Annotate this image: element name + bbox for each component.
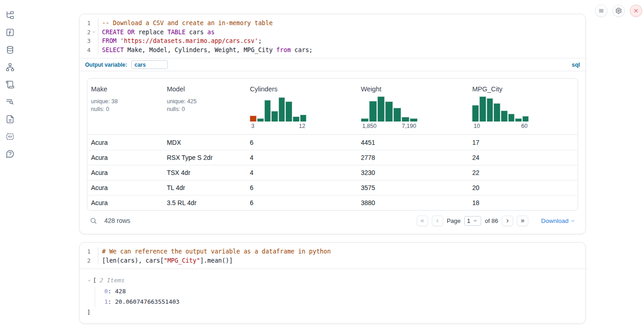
- menu-button[interactable]: [595, 5, 607, 17]
- shutdown-button[interactable]: [630, 5, 642, 17]
- python-cell: 1# We can reference the output variable …: [79, 242, 586, 324]
- marimo-notebook: 1-- Download a CSV and create an in-memo…: [0, 0, 644, 333]
- histogram-bars: [250, 95, 306, 122]
- table-row: AcuraRSX Type S 2dr4277824: [87, 150, 578, 165]
- chevrons-left-icon: [419, 218, 425, 224]
- table-cell: RSX Type S 2dr: [163, 154, 247, 161]
- histogram-bar: [487, 98, 494, 122]
- table-row: AcuraTSX 4dr4323022: [87, 165, 578, 180]
- output-variable-input[interactable]: [131, 60, 168, 69]
- output-variable-label: Output variable:: [85, 62, 127, 68]
- chevron-down-icon: [87, 278, 91, 283]
- code-token: SELECT: [102, 47, 124, 53]
- column-header-label[interactable]: MPG_City: [472, 85, 578, 94]
- code-line[interactable]: 4SELECT Make, Model, Cylinders, Weight, …: [80, 46, 585, 55]
- table-cell: 20: [468, 184, 578, 191]
- table-cell: 24: [468, 154, 578, 161]
- sql-cell-output: Makeunique: 38nulls: 0Modelunique: 425nu…: [80, 71, 585, 234]
- histogram-bar: [271, 111, 278, 122]
- table-cell: Acura: [87, 199, 163, 206]
- first-page-button[interactable]: [417, 216, 428, 226]
- code-line[interactable]: 3FROM 'https://datasets.marimo.app/cars.…: [80, 37, 585, 46]
- code-line[interactable]: 1# We can reference the output variable …: [80, 247, 585, 256]
- sql-code-editor[interactable]: 1-- Download a CSV and create an in-memo…: [80, 14, 585, 58]
- column-header-label[interactable]: Weight: [361, 85, 469, 94]
- table-row: AcuraTL 4dr6357520: [87, 180, 578, 195]
- scripts-button[interactable]: [5, 79, 15, 90]
- open-bracket: [: [93, 277, 97, 284]
- snippets-icon: [5, 132, 15, 141]
- histogram-bar: [250, 116, 257, 122]
- collapse-toggle[interactable]: [87, 278, 93, 283]
- histogram-bar: [494, 103, 500, 122]
- column-header-label[interactable]: Make: [91, 85, 163, 94]
- line-number: 4: [80, 47, 91, 53]
- column-stats: unique: 425nulls: 0: [167, 98, 247, 113]
- table-cell: Acura: [87, 184, 163, 191]
- list-item-separator: :: [108, 288, 115, 295]
- code-line[interactable]: 2CREATE OR replace TABLE cars as: [80, 28, 585, 37]
- code-token: "MPG_City": [164, 257, 200, 264]
- last-page-button[interactable]: [517, 216, 528, 226]
- histogram-bar: [522, 116, 529, 122]
- dependency-graph-button[interactable]: [5, 62, 15, 72]
- code-line-text: FROM 'https://datasets.marimo.app/cars.c…: [98, 37, 585, 46]
- logs-button[interactable]: [5, 97, 15, 107]
- code-token: replace: [134, 29, 167, 36]
- code-token: ;: [258, 37, 262, 44]
- table-cell: 6: [246, 139, 357, 146]
- table-header-cell: Weight1,8507,190: [357, 79, 469, 134]
- documentation-button[interactable]: [5, 114, 15, 124]
- logs-icon: [5, 97, 15, 106]
- page-select[interactable]: 1: [464, 216, 481, 226]
- chevrons-right-icon: [520, 218, 526, 224]
- table-cell: 3880: [357, 199, 469, 206]
- column-header-label[interactable]: Model: [167, 85, 247, 94]
- functions-icon: [5, 28, 15, 37]
- code-token: TABLE: [167, 29, 186, 36]
- histogram-bar: [402, 117, 409, 122]
- list-item-value: 20.060747663551403: [115, 298, 179, 305]
- functions-button[interactable]: [5, 27, 15, 37]
- code-line-text: # We can reference the output variable a…: [98, 247, 585, 256]
- code-token: ].mean()]: [200, 257, 232, 264]
- next-page-button[interactable]: [502, 216, 513, 226]
- dependency-graph-icon: [5, 63, 15, 72]
- code-token: cars;: [291, 47, 313, 53]
- python-code-editor[interactable]: 1# We can reference the output variable …: [80, 243, 585, 269]
- list-item-value: 428: [115, 288, 125, 295]
- code-token: [117, 37, 120, 44]
- download-button[interactable]: Download: [541, 217, 575, 224]
- page-label: Page: [447, 217, 461, 224]
- table-header-cell: Modelunique: 425nulls: 0: [163, 79, 247, 134]
- line-number: 3: [80, 37, 91, 44]
- column-header-label[interactable]: Cylinders: [250, 85, 357, 94]
- column-histogram: 1,8507,190: [361, 95, 418, 129]
- help-button[interactable]: [5, 149, 15, 159]
- histogram-bar: [472, 105, 479, 122]
- table-row: Acura3.5 RL 4dr6388018: [87, 195, 578, 210]
- row-count: 428 rows: [104, 217, 130, 224]
- code-line[interactable]: 1-- Download a CSV and create an in-memo…: [80, 19, 585, 28]
- datasources-button[interactable]: [5, 45, 15, 55]
- settings-button[interactable]: [612, 5, 625, 17]
- file-explorer-button[interactable]: [5, 10, 15, 20]
- output-variable-bar: Output variable: sql: [80, 58, 585, 71]
- table-cell: 3575: [357, 184, 469, 191]
- code-line[interactable]: 2[len(cars), cars["MPG_City"].mean()]: [80, 256, 585, 265]
- code-line-text: [len(cars), cars["MPG_City"].mean()]: [98, 256, 585, 265]
- histogram-bar: [300, 115, 307, 122]
- table-header-row: Makeunique: 38nulls: 0Modelunique: 425nu…: [87, 79, 578, 135]
- previous-page-button[interactable]: [432, 216, 443, 226]
- pagination: Page 1 of 86 Download: [417, 216, 578, 226]
- table-cell: 4451: [357, 139, 469, 146]
- histogram-bar: [393, 108, 401, 122]
- snippets-button[interactable]: [5, 132, 15, 142]
- fold-toggle[interactable]: [91, 30, 97, 34]
- list-item-separator: :: [108, 298, 115, 305]
- table-cell: 6: [246, 199, 357, 206]
- histogram-bars: [361, 95, 418, 122]
- column-histogram: 312: [250, 95, 306, 129]
- table-cell: 6: [246, 184, 357, 191]
- search-button[interactable]: [87, 217, 97, 225]
